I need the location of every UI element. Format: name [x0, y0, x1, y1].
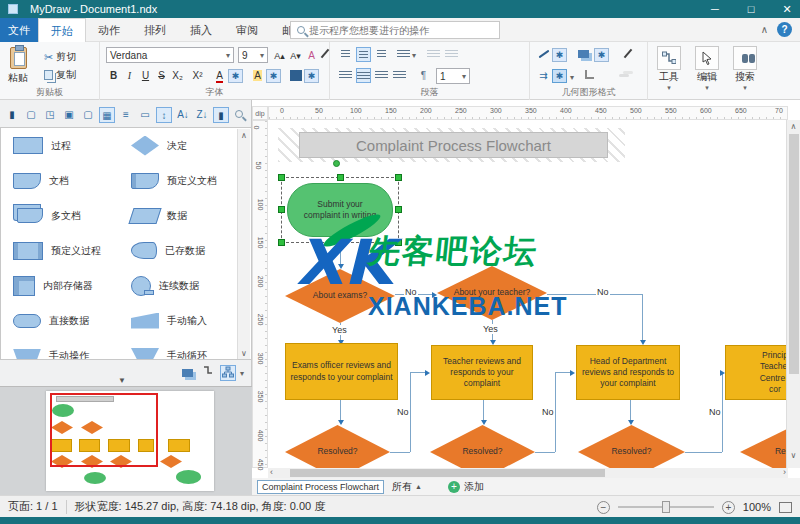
- connector[interactable]: [410, 372, 411, 452]
- node-resolved-4[interactable]: Resolved?: [740, 425, 788, 468]
- tab-insert[interactable]: 插入: [178, 18, 224, 42]
- node-resolved-3[interactable]: Resolved?: [578, 425, 685, 468]
- collapse-panel-icon[interactable]: [118, 376, 126, 385]
- close-button[interactable]: [780, 3, 794, 16]
- italic-button[interactable]: [122, 68, 137, 83]
- horizontal-scroll-thumb[interactable]: [290, 469, 605, 477]
- decrease-indent-button[interactable]: [426, 47, 441, 62]
- sort-az-icon[interactable]: A↓: [175, 107, 191, 123]
- underline-button[interactable]: [138, 68, 153, 83]
- shape-item-decision[interactable]: 决定: [119, 136, 237, 156]
- horizontal-scrollbar[interactable]: ‹ ›: [268, 468, 788, 478]
- align-left-button[interactable]: [338, 68, 353, 83]
- align-bottom-button[interactable]: [374, 47, 389, 62]
- stroke-settings-icon[interactable]: [552, 48, 567, 62]
- shape-item-manual-operation[interactable]: 手动操作: [1, 349, 119, 361]
- cut-button[interactable]: 剪切: [44, 50, 76, 64]
- shape-list-scrollbar[interactable]: ∧ ∨: [237, 129, 250, 360]
- search-tool-button[interactable]: 搜索: [728, 46, 762, 92]
- selection-handle[interactable]: [337, 174, 344, 181]
- connector[interactable]: [642, 294, 643, 342]
- paragraph-marks-button[interactable]: [416, 68, 431, 83]
- selection-handle[interactable]: [278, 206, 285, 213]
- align-top-button[interactable]: [338, 47, 353, 62]
- tab-action[interactable]: 动作: [86, 18, 132, 42]
- font-size-combo[interactable]: 9: [238, 47, 268, 63]
- page-tab[interactable]: Complaint Process Flowchart: [257, 480, 384, 494]
- sort-za-icon[interactable]: Z↓: [194, 107, 210, 123]
- stroke-button[interactable]: [536, 47, 551, 62]
- maximize-button[interactable]: [744, 3, 758, 15]
- shape-item-data[interactable]: 数据: [119, 208, 237, 224]
- shape-fill-button[interactable]: [576, 47, 591, 62]
- shape-item-multidocument[interactable]: 多文档: [1, 208, 119, 223]
- selection-handle[interactable]: [278, 239, 285, 246]
- shape-item-direct-data[interactable]: 直接数据: [1, 314, 119, 328]
- tell-me-search[interactable]: [290, 21, 500, 39]
- zoom-slider[interactable]: [618, 506, 714, 508]
- add-page-button[interactable]: 添加: [448, 480, 484, 494]
- font-color-button[interactable]: [212, 68, 227, 83]
- scroll-up-icon[interactable]: ∧: [787, 122, 800, 131]
- shape-item-document[interactable]: 文档: [1, 173, 119, 189]
- align-middle-button[interactable]: [356, 47, 371, 62]
- connector[interactable]: [555, 372, 571, 373]
- justify-button[interactable]: [392, 68, 407, 83]
- collapse-ribbon-icon[interactable]: [761, 24, 768, 35]
- shrink-font-button[interactable]: [288, 48, 303, 63]
- shape-fill-settings-icon[interactable]: [594, 48, 609, 62]
- superscript-button[interactable]: [190, 68, 205, 83]
- shape-item-sequential-data[interactable]: 连续数据: [119, 276, 237, 296]
- shape-item-stored-data[interactable]: 已存数据: [119, 242, 237, 259]
- save-library-icon[interactable]: ▣: [61, 107, 77, 123]
- highlight-settings-icon[interactable]: [266, 69, 281, 83]
- connector[interactable]: [555, 372, 556, 452]
- shape-item-internal-storage[interactable]: 内部存储器: [1, 276, 119, 296]
- node-box-teacher[interactable]: Teacher reviews and responds to your com…: [431, 345, 533, 400]
- sort-icon[interactable]: ↕: [156, 107, 172, 123]
- subscript-button[interactable]: [170, 68, 185, 83]
- connectors-mode-icon[interactable]: [200, 365, 216, 381]
- text-fill-settings-icon[interactable]: [304, 69, 319, 83]
- scroll-right-icon[interactable]: ›: [783, 467, 786, 477]
- grow-font-button[interactable]: [272, 48, 287, 63]
- shape-item-manual-input[interactable]: 手动输入: [119, 313, 237, 329]
- node-box-head[interactable]: Head of Department reviews and responds …: [576, 345, 680, 400]
- vertical-scroll-thumb[interactable]: [789, 134, 799, 374]
- bold-button[interactable]: [106, 68, 121, 83]
- pages-mode-icon[interactable]: [220, 365, 236, 381]
- thumbnails-view-icon[interactable]: ▦: [99, 107, 115, 123]
- show-library-icon[interactable]: ▮: [213, 107, 229, 123]
- minimap-options-icon[interactable]: [240, 369, 244, 378]
- tools-button[interactable]: 工具: [652, 46, 686, 92]
- shape-item-manual-loop[interactable]: 手动循环: [119, 348, 237, 360]
- selection-handle[interactable]: [395, 174, 402, 181]
- connector[interactable]: [685, 452, 722, 453]
- shapes-mode-icon[interactable]: [180, 365, 196, 381]
- line-spacing-combo[interactable]: 1: [436, 68, 470, 84]
- tab-arrange[interactable]: 排列: [132, 18, 178, 42]
- list-dropdown-icon[interactable]: [412, 51, 416, 60]
- scroll-down-icon[interactable]: ∨: [238, 349, 250, 358]
- scroll-down-icon[interactable]: ∨: [787, 451, 800, 460]
- shape-item-predefined-process[interactable]: 预定义过程: [1, 242, 119, 260]
- file-menu-button[interactable]: 文件: [0, 18, 38, 42]
- connector[interactable]: [722, 372, 723, 452]
- node-box-exams[interactable]: Exams officer reviews and responds to yo…: [285, 343, 398, 400]
- tab-home[interactable]: 开始: [38, 18, 86, 42]
- connector[interactable]: [535, 452, 555, 453]
- new-library-icon[interactable]: ▢: [23, 107, 39, 123]
- open-library-icon[interactable]: ◳: [42, 107, 58, 123]
- search-input[interactable]: [309, 25, 499, 36]
- list-view-icon[interactable]: ≡: [118, 107, 134, 123]
- minimize-button[interactable]: [708, 3, 722, 15]
- node-box-principal[interactable]: Princip Teacher Centre r cor: [725, 345, 788, 400]
- connector-style-button[interactable]: [536, 68, 551, 83]
- connector[interactable]: [390, 452, 410, 453]
- node-resolved-2[interactable]: Resolved?: [430, 425, 535, 468]
- align-right-button[interactable]: [374, 68, 389, 83]
- zoom-in-button[interactable]: +: [722, 501, 735, 514]
- minimap-viewport[interactable]: [50, 393, 158, 467]
- strikethrough-button[interactable]: [154, 68, 169, 83]
- align-center-button[interactable]: [356, 68, 371, 83]
